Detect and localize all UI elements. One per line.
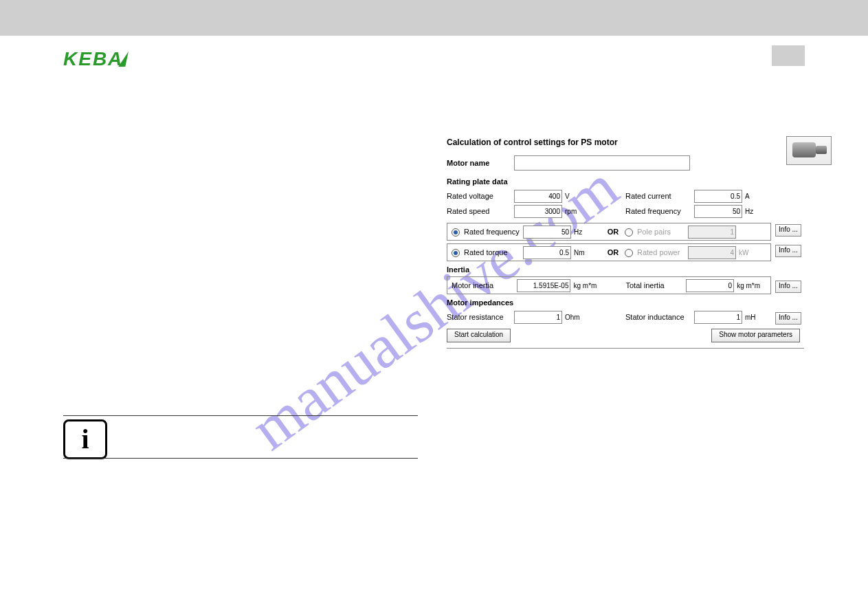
motor-name-label: Motor name <box>447 159 514 167</box>
stator-resistance-unit: Ohm <box>562 314 592 321</box>
impedances-header: Motor impedances <box>447 298 804 307</box>
rated-frequency-label: Rated frequency <box>625 207 694 215</box>
keba-logo: KEBA <box>63 48 127 70</box>
total-inertia-unit: kg m*m <box>734 282 766 289</box>
rated-current-unit: A <box>742 193 772 200</box>
choice1-left-unit: Hz <box>571 228 601 236</box>
choice1-or: OR <box>601 228 625 236</box>
stator-resistance-input[interactable] <box>514 311 562 324</box>
stator-resistance-label: Stator resistance <box>447 313 514 321</box>
row-voltage-current: Rated voltage V Rated current A <box>447 188 804 204</box>
stator-inductance-input[interactable] <box>694 311 742 324</box>
rated-frequency-input[interactable] <box>694 205 742 218</box>
info-button-impedance[interactable]: Info ... <box>775 312 801 325</box>
info-button-choice2[interactable]: Info ... <box>775 245 801 257</box>
info-icon-glyph: i <box>81 426 89 453</box>
motor-name-row: Motor name <box>447 155 804 171</box>
left-rule-bottom <box>63 458 418 459</box>
choice1-left-input[interactable] <box>523 226 571 239</box>
inertia-row: Motor inertia kg m*m Total inertia kg m*… <box>447 276 771 294</box>
choice1-left-label: Rated frequency <box>464 228 523 236</box>
inertia-header: Inertia <box>447 265 804 274</box>
rating-plate-section: Rating plate data Rated voltage V Rated … <box>447 177 804 219</box>
info-icon: i <box>63 419 107 459</box>
motor-inertia-input[interactable] <box>517 279 570 292</box>
rated-voltage-input[interactable] <box>514 190 562 203</box>
info-button-inertia[interactable]: Info ... <box>775 281 801 293</box>
radio-rated-torque[interactable] <box>452 249 460 257</box>
choice1-right-input[interactable] <box>688 226 736 239</box>
choice2-right-input[interactable] <box>688 246 736 259</box>
choice2-right-unit: kW <box>736 249 766 256</box>
keba-logo-text: KEBA <box>63 48 123 69</box>
radio-rated-frequency[interactable] <box>452 228 460 237</box>
radio-pole-pairs[interactable] <box>625 228 633 237</box>
rated-speed-unit: rpm <box>562 208 592 215</box>
rated-current-input[interactable] <box>694 190 742 203</box>
motor-name-input[interactable] <box>514 155 690 171</box>
row-impedances: Stator resistance Ohm Stator inductance … <box>447 309 804 325</box>
total-inertia-label: Total inertia <box>625 281 686 289</box>
start-calculation-button[interactable]: Start calculation <box>447 329 511 342</box>
show-motor-parameters-button[interactable]: Show motor parameters <box>711 329 800 342</box>
action-row: Start calculation Show motor parameters <box>447 329 804 342</box>
rating-plate-header: Rating plate data <box>447 177 804 186</box>
left-rule-top <box>63 415 418 416</box>
choice-frequency-polepairs: Rated frequency Hz OR Pole pairs <box>447 223 771 241</box>
rated-voltage-unit: V <box>562 193 592 200</box>
choice2-left-unit: Nm <box>571 249 601 256</box>
choice2-or: OR <box>601 248 625 256</box>
motor-icon <box>786 136 832 165</box>
motor-inertia-label: Motor inertia <box>452 281 517 289</box>
rated-speed-label: Rated speed <box>447 207 514 215</box>
choice1-right-label: Pole pairs <box>637 228 688 236</box>
radio-rated-power[interactable] <box>625 249 633 257</box>
stator-inductance-unit: mH <box>742 314 772 321</box>
header-band <box>0 0 868 36</box>
row-speed-frequency: Rated speed rpm Rated frequency Hz <box>447 204 804 219</box>
page-marker <box>772 45 805 66</box>
ps-motor-dialog: Calculation of control settings for PS m… <box>447 138 804 353</box>
choice2-right-label: Rated power <box>637 248 688 256</box>
choice2-left-input[interactable] <box>523 246 571 259</box>
motor-inertia-unit: kg m*m <box>570 282 603 289</box>
info-button-choice1[interactable]: Info ... <box>775 224 801 237</box>
rated-speed-input[interactable] <box>514 205 562 218</box>
dialog-bottom-rule <box>447 348 804 349</box>
total-inertia-input[interactable] <box>686 279 734 292</box>
choice-torque-power: Rated torque Nm OR Rated power kW <box>447 243 771 261</box>
rated-voltage-label: Rated voltage <box>447 192 514 200</box>
rated-frequency-unit: Hz <box>742 208 772 215</box>
dialog-title: Calculation of control settings for PS m… <box>447 138 804 147</box>
rated-current-label: Rated current <box>625 192 694 200</box>
stator-inductance-label: Stator inductance <box>625 313 694 321</box>
choice2-left-label: Rated torque <box>464 248 523 256</box>
